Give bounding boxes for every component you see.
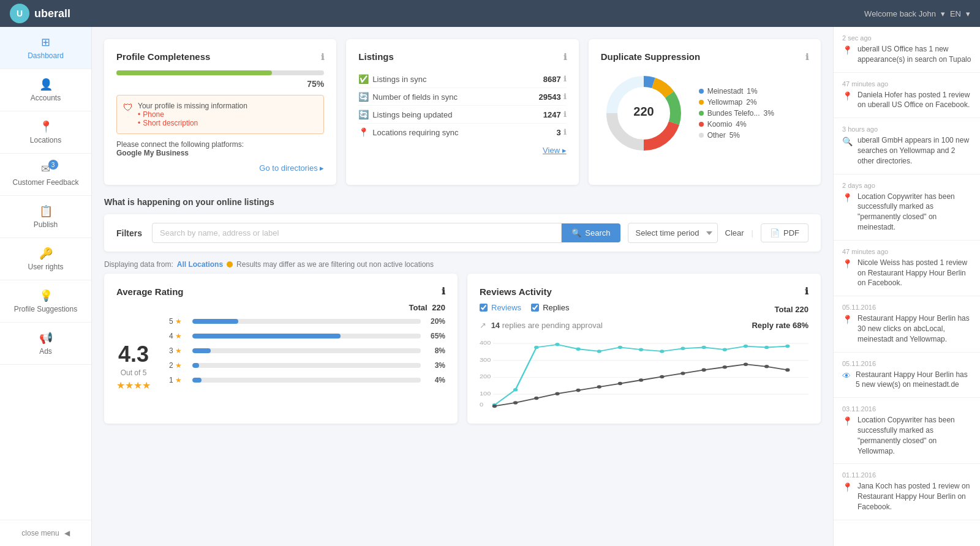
progress-bar-wrap [116,70,324,75]
sidebar-label-publish: Publish [34,220,58,229]
listings-card: Listings ℹ ✅ Listings in sync 8687 ℹ 🔄 [346,39,578,185]
rating-total: Total 220 [116,303,445,312]
svg-point-36 [597,385,601,389]
listings-val-1: 29543 ℹ [539,92,567,102]
sidebar-item-locations[interactable]: 📍 Locations [0,111,91,154]
info-icon-2[interactable]: ℹ [564,110,567,119]
svg-text:200: 200 [480,374,491,380]
listings-info-icon[interactable]: ℹ [564,52,567,62]
feedback-badge: 3 [48,160,58,170]
view-listings-link[interactable]: View ▸ [358,146,566,155]
svg-point-35 [576,389,580,392]
avg-rating-info-icon[interactable]: ℹ [442,286,445,297]
topbar-right: Welcome back John ▾ EN ▾ [864,9,970,18]
chevron-left-icon: ◀ [64,529,70,537]
search-button[interactable]: 🔍 Search [562,223,620,242]
search-input[interactable] [152,223,562,243]
sidebar-item-user-rights[interactable]: 🔑 User rights [0,238,91,280]
legend-dot-0 [699,89,704,94]
profile-completeness-info-icon[interactable]: ℹ [321,52,324,62]
sidebar-item-profile-suggestions[interactable]: 💡 Profile Suggestions [0,280,91,323]
sidebar-item-dashboard[interactable]: ⊞ Dashboard [0,27,91,69]
close-menu-button[interactable]: close menu ◀ [0,520,91,546]
top-cards-row: Profile Completeness ℹ 75% 🛡 Your profil… [104,39,821,185]
feed-text-2: 🔍 uberall GmbH appears in 100 new search… [842,135,971,166]
reviews-info-icon[interactable]: ℹ [805,286,809,297]
sidebar-label-profile-suggestions: Profile Suggestions [14,305,77,313]
average-rating-card: Average Rating ℹ Total 220 4.3 Out of 5 … [104,274,458,424]
info-icon-1[interactable]: ℹ [564,92,567,101]
sidebar-item-ads[interactable]: 📢 Ads [0,323,91,365]
filters-label: Filters [116,228,142,238]
clear-button[interactable]: Clear [725,228,744,237]
listings-label-0: ✅ Listings in sync [358,74,426,84]
lang-chevron-icon: ▾ [966,9,970,18]
listings-icon-2: 🔄 [358,110,369,119]
feed-text-0: 📍 uberall US Office has 1 new appearance… [842,44,971,65]
svg-point-24 [660,350,664,353]
listings-row-2: 🔄 Listings being updated 1247 ℹ [358,106,566,124]
activity-feed: 2 sec ago 📍 uberall US Office has 1 new … [833,27,980,546]
svg-point-43 [744,362,748,366]
info-icon-0[interactable]: ℹ [564,75,567,83]
feed-icon-4: 📍 [842,258,853,288]
listings-icon-1: 🔄 [358,92,369,102]
logo-text: uberall [34,7,70,20]
duplicate-suppression-title: Duplicate Suppression ℹ [601,51,809,62]
rating-bar-3: 3★ 8% [169,346,445,355]
feed-text-3: 📍 Location Copywriter has been successfu… [842,192,971,233]
rating-content: 4.3 Out of 5 ★★★★ 5★ 20% 4★ 6 [116,317,445,391]
feed-time-7: 03.11.2016 [842,405,971,413]
reviews-checkbox[interactable] [480,304,488,312]
svg-text:100: 100 [480,391,491,396]
feed-item-6: 05.11.2016 👁 Restaurant Happy Hour Berli… [834,353,980,398]
profile-warning-text: Your profile is missing information •Pho… [138,102,247,127]
legend-item-4: Other 5% [699,131,774,140]
listings-row-3: 📍 Locations requiring sync 3 ℹ [358,124,566,141]
svg-point-32 [513,401,518,405]
svg-point-44 [764,365,769,368]
display-info: Displaying data from: All Locations Resu… [104,258,821,271]
reviews-checks: Reviews Replies [480,303,569,312]
rating-bars: 5★ 20% 4★ 65% 3★ 8% [169,317,445,391]
svg-point-40 [680,372,685,375]
legend-item-1: Yellowmap 2% [699,98,774,107]
feed-icon-7: 📍 [842,416,853,456]
svg-point-41 [701,368,706,372]
feed-time-2: 3 hours ago [842,125,971,133]
sidebar-item-publish[interactable]: 📋 Publish [0,196,91,238]
language-selector[interactable]: EN [950,9,961,18]
progress-bar-fill [116,70,272,75]
reviews-chart: 400 300 200 100 0 [480,336,809,410]
all-locations-label[interactable]: All Locations [177,260,223,269]
listings-title: Listings ℹ [358,51,566,62]
sidebar-item-accounts[interactable]: 👤 Accounts [0,69,91,111]
go-to-directories-link[interactable]: Go to directories ▸ [116,163,324,173]
listings-label-3: 📍 Locations requiring sync [358,127,458,137]
replies-checkbox-label[interactable]: Replies [531,303,569,312]
warning-icon: 🛡 [123,102,133,113]
svg-point-39 [660,375,664,379]
svg-point-34 [555,392,559,395]
svg-point-33 [534,397,538,400]
sidebar-label-user-rights: User rights [28,263,63,271]
short-description-link[interactable]: Short description [143,119,198,127]
pdf-button[interactable]: 📄 PDF [761,223,809,242]
sidebar-item-customer-feedback[interactable]: 3 ✉ Customer Feedback [0,154,91,196]
time-period-select[interactable]: Select time period [628,223,718,243]
feed-text-6: 👁 Restaurant Happy Hour Berlin has 5 new… [842,370,971,391]
svg-point-19 [555,343,559,346]
feed-text-1: 📍 Daniela Hofer has posted 1 review on u… [842,90,971,111]
feed-icon-2: 🔍 [842,136,853,166]
info-icon-3[interactable]: ℹ [564,128,567,136]
replies-checkbox[interactable] [531,304,539,312]
pending-row: ↗ 14 replies are pending approval Reply … [480,321,809,330]
svg-point-18 [534,346,538,350]
feed-text-4: 📍 Nicole Weiss has posted 1 review on Re… [842,258,971,288]
dup-info-icon[interactable]: ℹ [805,52,809,62]
rating-bar-4: 4★ 65% [169,332,445,340]
reviews-checkbox-label[interactable]: Reviews [480,303,521,312]
sidebar: ⊞ Dashboard 👤 Accounts 📍 Locations 3 ✉ C… [0,27,92,546]
sidebar-label-dashboard: Dashboard [28,51,64,60]
phone-link[interactable]: Phone [143,110,164,119]
